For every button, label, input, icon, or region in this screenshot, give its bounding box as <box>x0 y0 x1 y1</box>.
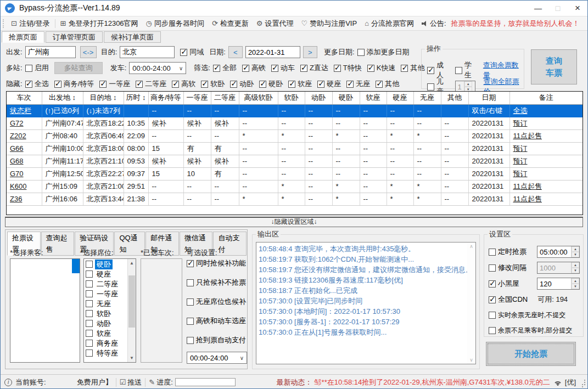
prev-date-button[interactable]: < <box>228 46 243 58</box>
checkbox-box[interactable] <box>489 312 496 319</box>
filter-checkbox-T特快[interactable]: T特快 <box>334 63 362 73</box>
seat-item-硬座[interactable]: 硬座 <box>84 269 127 279</box>
checkbox-box[interactable] <box>86 261 93 268</box>
option-checkbox-抢到票自动支付[interactable]: 抢到票自动支付 <box>187 335 247 345</box>
col-header[interactable]: 无座 <box>413 92 441 104</box>
setting-checkbox[interactable]: 小黑屋 <box>489 279 519 289</box>
start-grab-button[interactable]: 开始抢票 <box>486 342 576 366</box>
toolbar-item[interactable]: ◷同步服务器时间 <box>142 19 208 29</box>
col-header[interactable]: 二等座 <box>211 92 239 104</box>
multi-enable-checkbox[interactable]: 启用 <box>25 63 49 73</box>
spin-up-icon[interactable]: ▲ <box>572 262 579 268</box>
checkbox-box[interactable] <box>187 337 194 344</box>
option-checkbox-同时抢候补功能[interactable]: 同时抢候补功能 <box>187 258 247 268</box>
checkbox-box[interactable] <box>242 65 249 72</box>
table-row[interactable]: G72广州南07:47北京西18:2210:35候补候补候补----------… <box>7 117 583 129</box>
checkbox-box[interactable] <box>86 290 93 297</box>
passenger-list-scroll-thumb[interactable] <box>72 259 80 273</box>
spin-up-icon[interactable]: ▲ <box>464 81 472 87</box>
scroll-down-icon[interactable]: ▼ <box>128 354 136 362</box>
toolbar-item[interactable]: ⊡注销/登录 <box>7 19 54 29</box>
toolbar-item[interactable]: ⚙设置代理 <box>253 19 298 29</box>
option-checkbox-高铁和动车选座[interactable]: 高铁和动车选座 <box>187 316 247 326</box>
close-button[interactable]: × <box>568 1 587 16</box>
scroll-thumb[interactable] <box>128 275 135 328</box>
checkbox-box[interactable] <box>427 67 434 74</box>
hide-checkbox-其他[interactable]: 其他 <box>376 79 399 89</box>
train-cell[interactable]: 状态栏 <box>7 104 42 117</box>
resize-grip[interactable] <box>579 379 586 386</box>
checkbox-box[interactable] <box>357 49 365 56</box>
hide-checkbox-硬座[interactable]: 硬座 <box>317 79 341 89</box>
add-more-dates-checkbox[interactable]: 添加更多日期 <box>357 47 410 57</box>
checkbox-box[interactable] <box>86 270 93 278</box>
status-row[interactable]: 状态栏(↑)已选0列(↓)未选7列--------------------双击/… <box>7 104 583 117</box>
toolbar-grip[interactable] <box>3 19 4 28</box>
checkbox-box[interactable] <box>86 330 93 337</box>
hide-checkbox-无座[interactable]: 无座 <box>346 79 370 89</box>
tab-抢票页面[interactable]: 抢票页面 <box>2 31 44 43</box>
checkbox-box[interactable] <box>346 81 354 88</box>
checkbox-box[interactable] <box>427 83 434 91</box>
checkbox-box[interactable] <box>187 279 194 286</box>
spin-down-icon[interactable]: ▼ <box>572 268 579 273</box>
col-header[interactable]: 动卧 <box>305 92 332 104</box>
checkbox-box[interactable] <box>86 340 93 347</box>
checkbox-box[interactable] <box>187 260 194 267</box>
hide-checkbox-软座[interactable]: 软座 <box>288 79 312 89</box>
train-cell[interactable]: G68 <box>7 155 42 167</box>
toolbar-item[interactable]: ⊞免登录打开12306官网 <box>57 19 142 29</box>
settings-tab-自动支付[interactable]: 自动支付 <box>213 232 247 256</box>
seat-item-商务座[interactable]: 商务座 <box>84 338 127 348</box>
setting-spinner[interactable]: 05:00:00▲▼ <box>537 246 580 258</box>
checkbox-box[interactable] <box>259 81 266 88</box>
checkbox-box[interactable] <box>86 349 93 357</box>
checkbox-box[interactable] <box>180 49 187 56</box>
col-header[interactable]: 日期 <box>468 92 509 104</box>
setting-checkbox[interactable]: 余票不足乘客时,部分提交 <box>489 326 572 335</box>
filter-checkbox-高铁[interactable]: 高铁 <box>242 63 266 73</box>
seat-list-scrollbar[interactable]: ▲ ▼ <box>127 259 136 362</box>
seat-item-软卧[interactable]: 软卧 <box>84 308 127 318</box>
checkbox-box[interactable] <box>86 280 93 287</box>
col-header[interactable]: 车次 <box>7 92 42 104</box>
checkbox-box[interactable] <box>172 81 179 88</box>
checkbox-box[interactable] <box>401 65 408 72</box>
col-header[interactable]: 硬座 <box>387 92 413 104</box>
col-header[interactable]: 其他 <box>441 92 468 104</box>
checkbox-box[interactable] <box>213 65 220 72</box>
option-checkbox-无座席位也候补[interactable]: 无座席位也候补 <box>187 297 247 307</box>
col-header[interactable]: 软卧 <box>278 92 305 104</box>
checkbox-box[interactable] <box>367 65 374 72</box>
option-checkbox-只抢候补不抢票[interactable]: 只抢候补不抢票 <box>187 278 247 287</box>
remark-cell[interactable]: 全选 <box>509 104 583 117</box>
swap-stations-button[interactable]: <-> <box>80 46 97 58</box>
seat-item-软座[interactable]: 软座 <box>84 328 127 338</box>
checkbox-box[interactable] <box>201 81 208 88</box>
output-scrollbar[interactable]: ∧ ∨ <box>467 243 475 364</box>
query-tickets-button[interactable]: 查询 车票 <box>531 49 577 84</box>
hide-checkbox-一等座[interactable]: 一等座 <box>99 79 130 89</box>
checkbox-box[interactable] <box>86 310 93 317</box>
setting-spinner[interactable]: 120▲▼ <box>537 278 580 290</box>
toolbar-item[interactable]: ♡赞助与注册VIP <box>298 19 361 29</box>
output-log[interactable]: 10:58:48:4 查询完毕，本次查询共用时:435毫秒。10:58:19:7… <box>256 242 476 364</box>
checkbox-box[interactable] <box>288 81 295 88</box>
col-header[interactable]: 高级软卧 <box>239 92 278 104</box>
date-input[interactable] <box>245 46 300 58</box>
checkbox-box[interactable] <box>25 81 32 88</box>
train-cell[interactable]: K600 <box>7 180 42 193</box>
checkbox-box[interactable] <box>317 81 324 88</box>
selected-trains-list[interactable] <box>141 258 182 363</box>
spin-up-icon[interactable]: ▲ <box>572 246 579 252</box>
spin-down-icon[interactable]: ▼ <box>572 284 579 289</box>
hide-checkbox-二等座[interactable]: 二等座 <box>136 79 166 89</box>
spin-up-icon[interactable]: ▲ <box>572 278 579 284</box>
toolbar-item[interactable]: 公告: <box>418 19 450 29</box>
multi-query-button[interactable]: 多站查询 <box>54 62 103 74</box>
checkbox-box[interactable] <box>334 65 341 72</box>
hide-checkbox-动卧[interactable]: 动卧 <box>230 79 254 89</box>
col-header[interactable]: 商务/特等 <box>148 92 183 104</box>
maximize-button[interactable]: □ <box>548 1 568 16</box>
hide-settings-bar[interactable]: ↓隐藏设置区域↓ <box>5 217 583 227</box>
